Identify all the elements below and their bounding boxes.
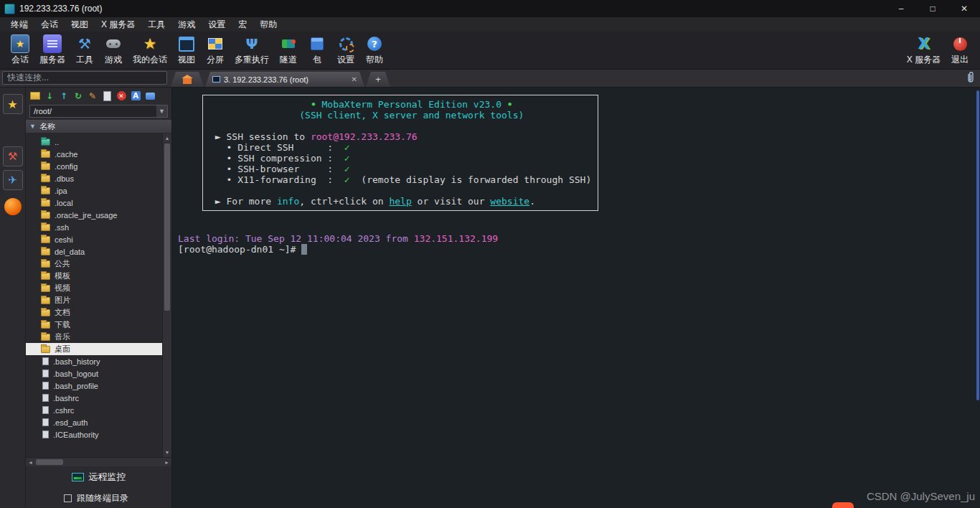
- terminal-text: info: [277, 196, 299, 207]
- file-item-图片[interactable]: 图片: [26, 294, 162, 306]
- new-tab-button[interactable]: +: [366, 72, 390, 87]
- tunneling-icon: [279, 34, 298, 53]
- help-icon: [365, 34, 384, 53]
- terminal-scrollbar[interactable]: [976, 90, 979, 400]
- toolbar-button-help[interactable]: 帮助: [360, 34, 389, 67]
- file-item-del_data[interactable]: del_data: [26, 245, 162, 258]
- file-item-..[interactable]: ..: [26, 136, 162, 148]
- checkbox-icon[interactable]: [64, 494, 72, 502]
- menu-item-3[interactable]: X 服务器: [95, 19, 141, 31]
- toolbar-button-packages[interactable]: 包: [303, 34, 331, 67]
- file-item-.local[interactable]: .local: [26, 197, 162, 209]
- file-icon: [42, 406, 49, 414]
- file-item-.dbus[interactable]: .dbus: [26, 172, 162, 184]
- horizontal-scroll-track[interactable]: [35, 458, 162, 466]
- vertical-scroll-thumb[interactable]: [164, 144, 170, 311]
- file-item-.ipa[interactable]: .ipa: [26, 184, 162, 197]
- file-item-模板[interactable]: 模板: [26, 270, 162, 282]
- terminal[interactable]: • MobaXterm Personal Edition v23.0 • (SS…: [172, 88, 980, 508]
- toolbar-button-tools[interactable]: 工具: [70, 34, 99, 67]
- help-link[interactable]: help: [389, 196, 411, 207]
- attachment-paperclip-icon[interactable]: [966, 71, 975, 86]
- file-item-.ssh[interactable]: .ssh: [26, 221, 162, 233]
- file-item-.bash_history[interactable]: .bash_history: [26, 355, 162, 367]
- menu-item-5[interactable]: 游戏: [171, 19, 202, 31]
- sync-icon[interactable]: [143, 90, 156, 103]
- file-name: .config: [55, 162, 77, 171]
- menu-item-4[interactable]: 工具: [141, 19, 171, 31]
- file-item-桌面[interactable]: 桌面: [26, 343, 162, 355]
- stop-icon[interactable]: [115, 90, 128, 103]
- sftp-toolbar: [26, 88, 171, 104]
- toolbar-button-games[interactable]: 游戏: [99, 34, 128, 67]
- file-item-.cshrc[interactable]: .cshrc: [26, 404, 162, 416]
- toolbar-button-tunneling[interactable]: 隧道: [274, 34, 303, 67]
- toolbar-button-split[interactable]: 分屏: [201, 34, 230, 67]
- scroll-down-icon[interactable]: ▼: [163, 448, 171, 457]
- font-icon[interactable]: [129, 90, 142, 103]
- chevron-down-icon[interactable]: ▼: [156, 105, 167, 117]
- toolbar-button-my-sessions[interactable]: 我的会话: [128, 34, 172, 67]
- toolbar-button-settings[interactable]: 设置: [331, 34, 360, 67]
- follow-terminal-checkbox[interactable]: 跟随终端目录: [26, 488, 171, 508]
- website-link[interactable]: website: [490, 196, 529, 207]
- close-button[interactable]: ✕: [948, 0, 980, 17]
- quick-connect-input[interactable]: 快速连接...: [2, 71, 167, 85]
- maximize-button[interactable]: □: [917, 0, 948, 17]
- macros-panel-icon[interactable]: [3, 170, 23, 190]
- horizontal-scrollbar[interactable]: ◄ ►: [26, 457, 171, 466]
- file-name: .cache: [55, 150, 77, 159]
- file-item-ceshi[interactable]: ceshi: [26, 233, 162, 245]
- toolbar-button-exit[interactable]: 退出: [946, 34, 974, 67]
- terminal-text: ✓: [344, 142, 350, 153]
- sessions-star-icon[interactable]: [3, 94, 23, 114]
- remote-monitoring-button[interactable]: 远程监控: [26, 466, 171, 488]
- file-item-.bashrc[interactable]: .bashrc: [26, 392, 162, 404]
- path-dropdown[interactable]: /root/ ▼: [29, 105, 168, 118]
- file-item-.oracle_jre_usage[interactable]: .oracle_jre_usage: [26, 209, 162, 221]
- file-item-.cache[interactable]: .cache: [26, 148, 162, 160]
- moba-ball-icon[interactable]: [4, 198, 22, 215]
- vertical-scrollbar[interactable]: ▲ ▼: [162, 133, 171, 457]
- toolbar-button-xserver[interactable]: X 服务器: [902, 34, 946, 67]
- edit-folder-icon[interactable]: [86, 90, 99, 103]
- vertical-scroll-track[interactable]: [163, 143, 171, 448]
- terminal-cursor[interactable]: [301, 244, 307, 255]
- file-item-.ICEauthority[interactable]: .ICEauthority: [26, 428, 162, 441]
- file-item-下载[interactable]: 下载: [26, 319, 162, 331]
- new-file-icon[interactable]: [100, 90, 113, 103]
- name-column-header[interactable]: ▼ 名称: [26, 120, 171, 133]
- file-item-公共[interactable]: 公共: [26, 258, 162, 270]
- file-item-.bash_logout[interactable]: .bash_logout: [26, 367, 162, 380]
- terminal-output: Last login: Tue Sep 12 11:00:04 2023 fro…: [178, 233, 980, 255]
- tab-session[interactable]: 3. 192.233.233.76 (root) ✕: [205, 72, 364, 87]
- file-item-.config[interactable]: .config: [26, 160, 162, 172]
- file-item-.esd_auth[interactable]: .esd_auth: [26, 416, 162, 428]
- file-item-文档[interactable]: 文档: [26, 306, 162, 319]
- menu-item-8[interactable]: 帮助: [253, 19, 283, 31]
- file-item-音乐[interactable]: 音乐: [26, 331, 162, 343]
- refresh-icon[interactable]: [72, 90, 85, 103]
- toolbar-button-multiexec[interactable]: 多重执行: [230, 34, 274, 67]
- toolbar-button-session[interactable]: 会话: [6, 34, 34, 67]
- home-tab[interactable]: [171, 72, 204, 87]
- tools-panel-icon[interactable]: [3, 146, 23, 166]
- new-folder-icon[interactable]: [29, 90, 42, 103]
- menu-item-6[interactable]: 设置: [202, 19, 232, 31]
- download-icon[interactable]: [43, 90, 56, 103]
- toolbar-button-view[interactable]: 视图: [172, 34, 201, 67]
- toolbar-button-servers[interactable]: 服务器: [34, 34, 70, 67]
- file-item-视频[interactable]: 视频: [26, 282, 162, 294]
- menu-item-0[interactable]: 终端: [4, 19, 34, 31]
- file-item-.bash_profile[interactable]: .bash_profile: [26, 380, 162, 392]
- upload-icon[interactable]: [57, 90, 70, 103]
- menu-item-7[interactable]: 宏: [232, 19, 253, 31]
- menu-item-2[interactable]: 视图: [65, 19, 95, 31]
- horizontal-scroll-thumb[interactable]: [36, 459, 63, 465]
- tab-close-icon[interactable]: ✕: [352, 75, 357, 83]
- scroll-left-icon[interactable]: ◄: [26, 460, 35, 465]
- menu-item-1[interactable]: 会话: [34, 19, 65, 31]
- scroll-up-icon[interactable]: ▲: [163, 133, 171, 143]
- minimize-button[interactable]: –: [885, 0, 917, 17]
- scroll-right-icon[interactable]: ►: [162, 460, 171, 465]
